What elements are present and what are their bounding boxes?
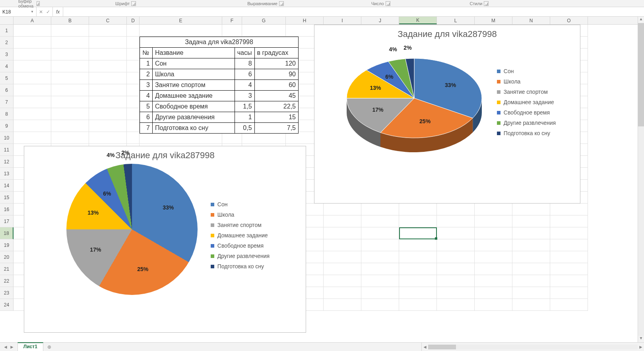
column-header[interactable]: K <box>399 17 437 24</box>
cell[interactable] <box>437 287 475 299</box>
cell[interactable] <box>399 263 437 275</box>
vscroll-thumb[interactable] <box>638 23 644 126</box>
cell[interactable] <box>399 251 437 263</box>
cell[interactable] <box>127 96 140 108</box>
cell[interactable] <box>89 132 127 144</box>
cell[interactable] <box>89 37 127 48</box>
column-header[interactable]: D <box>127 17 140 24</box>
row-header[interactable]: 3 <box>0 48 14 60</box>
cell[interactable] <box>550 215 588 227</box>
column-header[interactable]: G <box>242 17 286 24</box>
column-header[interactable]: C <box>89 17 127 24</box>
cell[interactable] <box>437 215 475 227</box>
row-header[interactable]: 1 <box>0 25 14 37</box>
cell[interactable] <box>324 299 361 311</box>
row-header[interactable]: 6 <box>0 84 14 96</box>
row-header[interactable]: 23 <box>0 287 14 299</box>
row-header[interactable]: 7 <box>0 96 14 108</box>
cell[interactable] <box>550 204 588 215</box>
cell[interactable] <box>14 96 51 108</box>
cell[interactable] <box>127 132 140 144</box>
chart-3d-pie[interactable]: Задание для vika287998 33%25%17%13%6%4%2… <box>314 25 580 204</box>
row-header[interactable]: 11 <box>0 144 14 156</box>
cell[interactable] <box>512 299 550 311</box>
horizontal-scrollbar[interactable]: ◄ ► <box>421 343 644 351</box>
cell[interactable] <box>361 215 399 227</box>
cell[interactable] <box>127 25 140 37</box>
cell[interactable] <box>89 25 127 37</box>
cancel-icon[interactable]: ✕ <box>39 9 43 15</box>
cell[interactable] <box>399 204 437 215</box>
cell[interactable] <box>361 239 399 251</box>
cell[interactable] <box>140 25 222 37</box>
cell[interactable] <box>127 37 140 48</box>
cell[interactable] <box>51 25 89 37</box>
row-header[interactable]: 17 <box>0 215 14 227</box>
cell[interactable] <box>475 287 512 299</box>
cell[interactable] <box>361 251 399 263</box>
row-header[interactable]: 22 <box>0 275 14 287</box>
cell[interactable] <box>14 108 51 120</box>
enter-icon[interactable]: ✓ <box>46 9 50 15</box>
cell[interactable] <box>324 215 361 227</box>
cell[interactable] <box>14 25 51 37</box>
column-header[interactable]: B <box>51 17 89 24</box>
cell[interactable] <box>361 275 399 287</box>
cell[interactable] <box>475 299 512 311</box>
cell[interactable] <box>550 251 588 263</box>
cell[interactable] <box>89 60 127 72</box>
row-header[interactable]: 2 <box>0 37 14 48</box>
cell[interactable] <box>361 287 399 299</box>
row-header[interactable]: 5 <box>0 72 14 84</box>
cell[interactable] <box>89 120 127 132</box>
row-header[interactable]: 24 <box>0 299 14 311</box>
cell[interactable] <box>14 120 51 132</box>
row-header[interactable]: 16 <box>0 204 14 215</box>
vscroll-track[interactable] <box>638 23 644 336</box>
cell[interactable] <box>475 251 512 263</box>
cell[interactable] <box>512 263 550 275</box>
cell[interactable] <box>51 60 89 72</box>
hscroll-track[interactable] <box>428 345 638 349</box>
scroll-down-icon[interactable]: ▼ <box>638 336 644 342</box>
column-header[interactable]: E <box>140 17 222 24</box>
cell[interactable] <box>51 48 89 60</box>
cell[interactable] <box>550 239 588 251</box>
cell[interactable] <box>512 239 550 251</box>
tab-prev-icon[interactable]: ◄ <box>3 344 8 350</box>
scroll-left-icon[interactable]: ◄ <box>422 344 428 350</box>
cell[interactable] <box>437 275 475 287</box>
cell[interactable] <box>89 84 127 96</box>
row-header[interactable]: 12 <box>0 156 14 168</box>
cell[interactable] <box>14 48 51 60</box>
cell[interactable] <box>399 287 437 299</box>
cell[interactable] <box>51 37 89 48</box>
cell[interactable] <box>89 48 127 60</box>
row-header[interactable]: 10 <box>0 132 14 144</box>
cell[interactable] <box>437 239 475 251</box>
cell[interactable] <box>475 227 512 239</box>
cell[interactable] <box>512 204 550 215</box>
dialog-launcher-icon[interactable] <box>484 1 489 6</box>
column-header[interactable]: A <box>14 17 51 24</box>
cell[interactable] <box>242 132 286 144</box>
scroll-up-icon[interactable]: ▲ <box>638 17 644 23</box>
cell[interactable] <box>512 251 550 263</box>
row-header[interactable]: 18 <box>0 227 14 239</box>
cell[interactable] <box>242 25 286 37</box>
cell[interactable] <box>550 275 588 287</box>
cell[interactable] <box>475 204 512 215</box>
cell[interactable] <box>550 287 588 299</box>
cell[interactable] <box>475 239 512 251</box>
column-header[interactable]: I <box>324 17 361 24</box>
cell[interactable] <box>399 299 437 311</box>
column-header[interactable]: L <box>437 17 475 24</box>
formula-input[interactable] <box>63 7 644 16</box>
cell[interactable] <box>361 204 399 215</box>
cell[interactable] <box>475 215 512 227</box>
vertical-scrollbar[interactable]: ▲ ▼ <box>638 17 644 342</box>
dialog-launcher-icon[interactable] <box>279 1 284 6</box>
cell[interactable] <box>51 96 89 108</box>
cell[interactable] <box>512 287 550 299</box>
column-header[interactable]: N <box>512 17 550 24</box>
